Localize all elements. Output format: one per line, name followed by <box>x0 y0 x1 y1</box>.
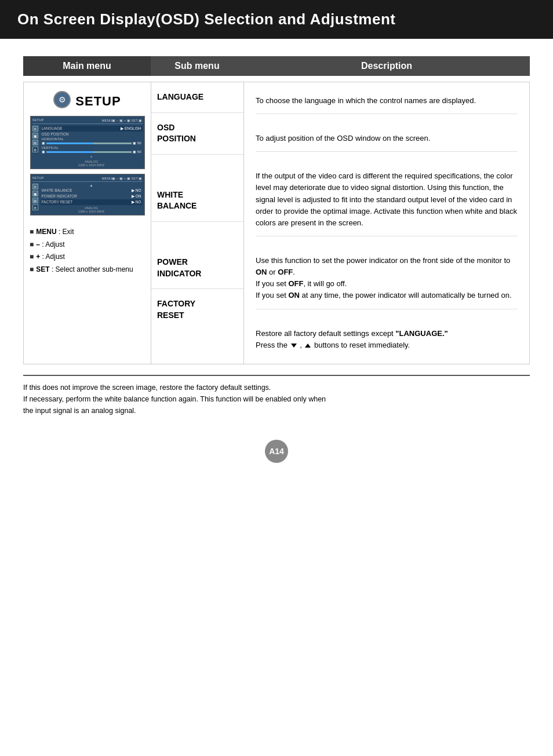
arrow-down-icon <box>290 341 298 349</box>
footer-note: If this does not improve the screen imag… <box>23 375 530 417</box>
table-header: Main menu Sub menu Description <box>23 56 530 76</box>
page-number-container: A14 <box>23 440 530 463</box>
icon-sun-2: ✳ <box>32 184 38 189</box>
desc-osd-position-text: To adjust position of the OSD window on … <box>256 134 430 143</box>
arrow-up-icon <box>304 341 312 349</box>
legend-item-minus: ■ – : Adjust <box>30 239 145 251</box>
icon-gear-2: ⚙ <box>32 204 38 210</box>
icon-sun: ✳ <box>32 126 38 132</box>
sub-menu-power-indicator: POWERINDICATOR <box>151 222 243 289</box>
legend-item-menu: ■ MENU : Exit <box>30 226 145 239</box>
osd-screen-1: SETUP MENU▣ – ▣ + ▣ SET ▣ ✳ ▣ ⊞ ⚙ <box>30 116 145 169</box>
desc-power-text: Use this function to set the power indic… <box>256 256 512 300</box>
footer-line-1: If this does not improve the screen imag… <box>23 382 530 393</box>
setup-title-area: ⚙ SETUP SETUP MENU▣ – ▣ + ▣ SET ▣ ✳ ▣ <box>30 88 145 216</box>
page-title: On Screen Display(OSD) Selection and Adj… <box>17 10 395 28</box>
desc-language: To choose the language in which the cont… <box>256 88 518 114</box>
legend-item-set: ■ SET : Select another sub-menu <box>30 264 145 276</box>
page-container: On Screen Display(OSD) Selection and Adj… <box>0 0 553 486</box>
icon-gear: ⚙ <box>32 147 38 152</box>
icon-grid-2: ⊞ <box>32 198 38 203</box>
desc-power-indicator: Use this function to set the power indic… <box>256 248 518 309</box>
header-sub-menu: Sub menu <box>151 56 243 76</box>
main-content: Main menu Sub menu Description ⚙ SETUP S… <box>0 56 553 486</box>
desc-factory-reset: Restore all factory default settings exc… <box>256 321 518 358</box>
sub-menu-white-balance: WHITEBALANCE <box>151 155 243 222</box>
sub-menu-language: LANGUAGE <box>151 82 243 113</box>
sub-menu-osd-position: OSDPOSITION <box>151 113 243 155</box>
left-column: ⚙ SETUP SETUP MENU▣ – ▣ + ▣ SET ▣ ✳ ▣ <box>24 82 151 364</box>
osd-screen-2: SETUP MENU▣ – ▣ + ▣ SET ▣ ✳ ▣ ⊞ ⚙ ▲ <box>30 174 145 216</box>
sub-menu-column: LANGUAGE OSDPOSITION WHITEBALANCE POWERI… <box>151 82 244 364</box>
table-body: ⚙ SETUP SETUP MENU▣ – ▣ + ▣ SET ▣ ✳ ▣ <box>23 82 530 364</box>
desc-white-balance: If the output of the video card is diffe… <box>256 163 518 236</box>
legend-item-plus: ■ + : Adjust <box>30 251 145 264</box>
legend: ■ MENU : Exit ■ – : Adjust ■ + : Adjust … <box>30 226 145 276</box>
desc-white-balance-text: If the output of the video card is diffe… <box>256 171 517 227</box>
desc-factory-text: Restore all factory default settings exc… <box>256 329 448 349</box>
page-header: On Screen Display(OSD) Selection and Adj… <box>0 0 553 39</box>
desc-language-text: To choose the language in which the cont… <box>256 96 476 105</box>
desc-osd-position: To adjust position of the OSD window on … <box>256 126 518 152</box>
icon-grid: ⊞ <box>32 140 38 145</box>
header-description: Description <box>243 56 530 76</box>
footer-line-3: the input signal is an analog signal. <box>23 405 530 417</box>
page-number-badge: A14 <box>265 440 288 463</box>
sub-menu-factory-reset: FACTORYRESET <box>151 289 243 330</box>
setup-title: SETUP <box>75 94 121 109</box>
setup-icon: ⚙ <box>53 91 71 108</box>
header-main-menu: Main menu <box>23 56 151 76</box>
footer-line-2: If necessary, perform the white balance … <box>23 393 530 405</box>
description-column: To choose the language in which the cont… <box>244 82 529 364</box>
icon-screen-2: ▣ <box>32 191 38 196</box>
icon-screen: ▣ <box>32 133 38 138</box>
